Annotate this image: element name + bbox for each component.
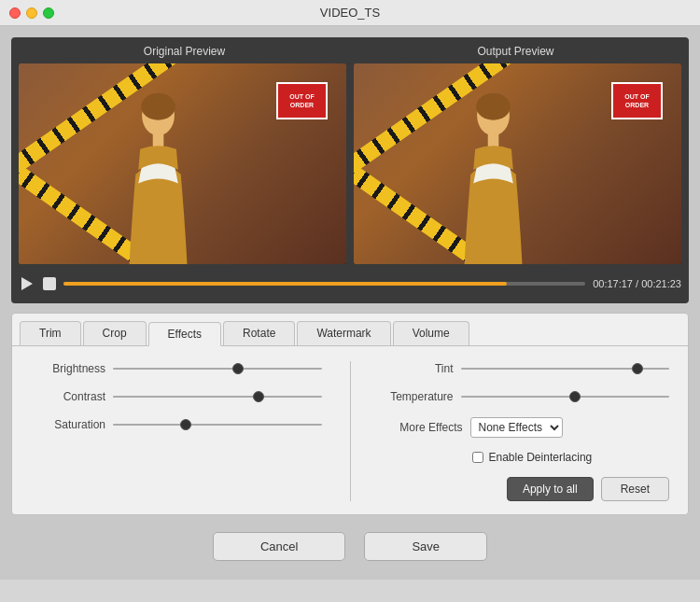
progress-bar[interactable] <box>63 282 585 286</box>
tint-row: Tint <box>379 361 670 376</box>
effects-tab-content: Brightness Contrast <box>12 346 688 514</box>
output-frame: OUT OFORDER <box>354 63 681 264</box>
more-effects-row: More Effects None Effects Grayscale Sepi… <box>379 417 670 438</box>
output-preview-label: Output Preview <box>350 45 681 58</box>
saturation-label: Saturation <box>31 418 105 431</box>
right-controls: Tint Temperature <box>379 361 670 501</box>
saturation-thumb[interactable] <box>180 419 191 430</box>
controls-panel: Trim Crop Effects Rotate Watermark Volum… <box>11 313 689 515</box>
tint-slider[interactable] <box>461 361 670 376</box>
saturation-row: Saturation <box>31 417 322 432</box>
maximize-button[interactable] <box>43 7 54 19</box>
brightness-thumb[interactable] <box>232 363 244 374</box>
tint-label: Tint <box>379 362 454 375</box>
play-icon <box>21 277 33 290</box>
contrast-row: Contrast <box>31 389 322 404</box>
time-separator: / <box>633 278 641 289</box>
deinterlacing-checkbox[interactable] <box>472 452 483 463</box>
save-button[interactable]: Save <box>364 532 487 561</box>
current-time: 00:17:17 <box>593 278 633 289</box>
brightness-slider[interactable] <box>113 361 322 376</box>
bottom-buttons: Cancel Save <box>11 525 689 568</box>
temperature-thumb[interactable] <box>569 391 581 402</box>
temperature-row: Temperature <box>379 389 670 404</box>
tab-crop[interactable]: Crop <box>83 321 147 345</box>
total-time: 00:21:23 <box>641 278 681 289</box>
reset-button[interactable]: Reset <box>601 477 669 501</box>
oo-sign-right: OUT OFORDER <box>611 82 663 119</box>
brightness-row: Brightness <box>31 361 322 376</box>
progress-fill <box>63 282 507 286</box>
oo-sign-left: OUT OFORDER <box>276 82 328 119</box>
brightness-label: Brightness <box>31 362 105 375</box>
tab-watermark[interactable]: Watermark <box>297 321 390 345</box>
tab-rotate[interactable]: Rotate <box>223 321 295 345</box>
close-button[interactable] <box>9 7 21 19</box>
title-bar: VIDEO_TS <box>0 0 700 26</box>
panel-divider <box>350 361 351 501</box>
minimize-button[interactable] <box>26 7 37 19</box>
temperature-slider[interactable] <box>461 389 670 404</box>
tab-trim[interactable]: Trim <box>20 321 81 345</box>
apply-to-all-button[interactable]: Apply to all <box>507 477 594 501</box>
play-button[interactable] <box>19 275 35 292</box>
playback-bar: 00:17:17 / 00:21:23 <box>19 272 681 296</box>
saturation-slider[interactable] <box>113 417 322 432</box>
contrast-slider[interactable] <box>113 389 322 404</box>
original-frame: OUT OFORDER <box>19 63 346 264</box>
deinterlacing-row: Enable Deinterlacing <box>379 451 670 464</box>
tint-thumb[interactable] <box>632 363 643 374</box>
svg-point-4 <box>476 92 511 119</box>
tabs: Trim Crop Effects Rotate Watermark Volum… <box>12 314 688 346</box>
tab-volume[interactable]: Volume <box>393 321 469 345</box>
cancel-button[interactable]: Cancel <box>213 532 345 561</box>
video-section: Original Preview Output Preview OUT OFOR… <box>11 37 689 303</box>
more-effects-select[interactable]: None Effects Grayscale Sepia Invert <box>470 417 563 438</box>
svg-point-1 <box>141 92 175 119</box>
main-container: Original Preview Output Preview OUT OFOR… <box>0 26 700 580</box>
tab-effects[interactable]: Effects <box>148 322 221 346</box>
left-controls: Brightness Contrast <box>31 361 322 501</box>
temperature-label: Temperature <box>379 390 454 403</box>
contrast-thumb[interactable] <box>253 391 264 402</box>
stop-button[interactable] <box>43 277 56 290</box>
window-controls <box>9 7 54 19</box>
more-effects-label: More Effects <box>379 421 463 434</box>
original-preview-label: Original Preview <box>19 45 350 58</box>
time-display: 00:17:17 / 00:21:23 <box>593 278 681 289</box>
deinterlacing-label: Enable Deinterlacing <box>489 451 593 464</box>
action-buttons: Apply to all Reset <box>379 477 670 501</box>
window-title: VIDEO_TS <box>320 6 380 20</box>
preview-labels: Original Preview Output Preview <box>19 45 681 58</box>
video-frames: OUT OFORDER <box>19 63 681 264</box>
contrast-label: Contrast <box>31 390 105 403</box>
